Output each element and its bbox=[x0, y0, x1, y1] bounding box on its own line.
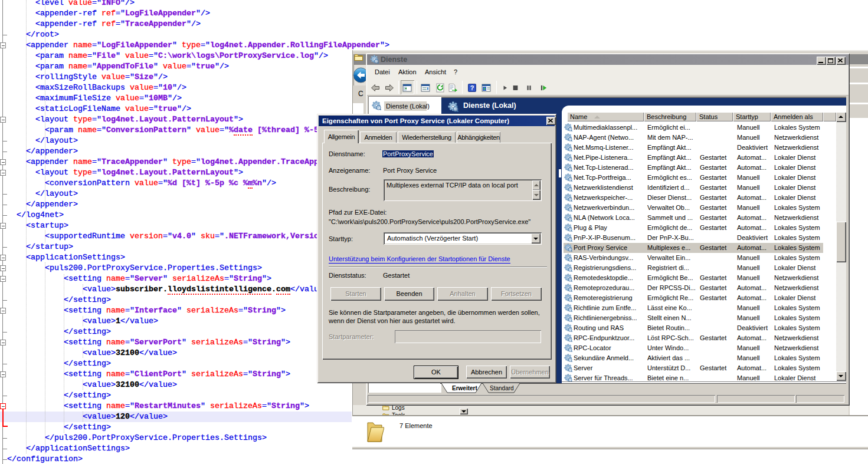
svg-text:?: ? bbox=[470, 84, 474, 91]
svg-text:Standard: Standard bbox=[490, 385, 514, 391]
svg-text:Erweitert: Erweitert bbox=[452, 385, 477, 391]
